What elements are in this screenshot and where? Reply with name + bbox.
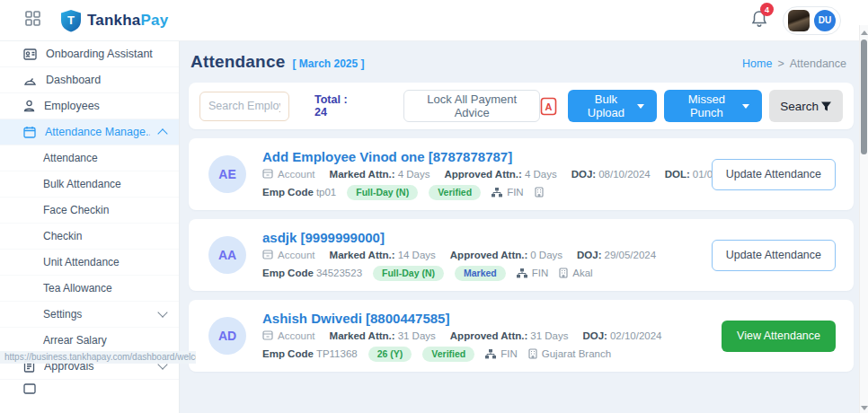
lock-all-payment-advice-button[interactable]: Lock All Payment Advice	[403, 90, 540, 122]
employee-code: Emp CodeTP11368	[262, 348, 358, 359]
date-of-joining: DOJ:02/10/2024	[582, 330, 661, 341]
sidebar-subitem-bulk-attendance[interactable]: Bulk Attendance	[0, 171, 179, 198]
scrollbar-thumb[interactable]	[861, 40, 867, 154]
vertical-scrollbar[interactable]	[859, 25, 868, 413]
status-badge: Verified	[422, 347, 474, 362]
sidebar-subitem-tea-allowance[interactable]: Tea Allowance	[0, 276, 179, 302]
update-attendance-button[interactable]: Update Attendance	[712, 240, 836, 271]
account-link[interactable]: Account	[262, 250, 315, 260]
org-label: FIN	[532, 268, 549, 278]
employee-code: Emp Codetp01	[262, 187, 336, 198]
search-filter-label: Search	[780, 100, 819, 113]
person-icon	[23, 100, 35, 112]
filter-funnel-icon	[820, 101, 832, 112]
sidebar-item-label: Onboarding Assistant	[46, 48, 166, 60]
employee-avatar: AA	[208, 236, 246, 274]
building-icon	[528, 348, 537, 359]
sitemap-icon	[485, 349, 496, 359]
account-link[interactable]: Account	[262, 330, 315, 341]
employee-card: AE Add Employee Vinod one [8787878787] A…	[189, 138, 854, 210]
date-of-joining: DOJ:29/05/2024	[577, 250, 656, 260]
shield-logo-icon: T	[60, 9, 82, 32]
account-menu[interactable]: DU	[783, 6, 841, 35]
user-avatar: DU	[814, 10, 836, 31]
account-label: Account	[278, 169, 315, 180]
employee-card: AA asdjk [9999999000] Account Marked Att…	[189, 219, 854, 291]
sidebar-item-partial[interactable]	[0, 380, 179, 398]
dashboard-icon	[23, 75, 37, 86]
branch: Akal	[559, 268, 592, 278]
update-attendance-button[interactable]: Update Attendance	[712, 159, 836, 190]
brand-logo[interactable]: T TankhaPay	[60, 9, 168, 32]
scroll-down-arrow-icon[interactable]	[861, 406, 868, 410]
employee-avatar: AE	[208, 155, 246, 193]
notification-bell[interactable]: 4	[750, 9, 768, 31]
sidebar-subitem-attendance[interactable]: Attendance	[0, 145, 179, 171]
sidebar-subitem-face-checkin[interactable]: Face Checkin	[0, 198, 179, 224]
marked-attendance: Marked Attn.:14 Days	[330, 250, 436, 260]
bulk-upload-dropdown[interactable]: Bulk Upload	[568, 90, 657, 122]
calendar-icon	[23, 126, 36, 138]
status-badge: Marked	[455, 266, 506, 281]
svg-text:T: T	[67, 13, 75, 27]
attendance-toolbar: Total : 24 Lock All Payment Advice A Bul…	[189, 83, 854, 129]
sidebar-subitem-label: Arrear Salary	[43, 334, 166, 347]
view-attendance-button[interactable]: View Attendance	[722, 321, 836, 352]
employee-name-link[interactable]: Ashish Dwivedi [8800447585]	[262, 311, 709, 326]
sidebar-subitem-label: Checkin	[43, 230, 166, 242]
missed-punch-label: Missed Punch	[677, 92, 736, 119]
bank-account-icon	[262, 169, 273, 179]
branch	[535, 187, 548, 198]
building-icon	[559, 268, 568, 278]
sidebar-subitem-label: Unit Attendance	[43, 256, 166, 268]
account-link[interactable]: Account	[262, 169, 315, 180]
date-of-joining: DOJ:08/10/2024	[571, 169, 651, 180]
marked-attendance: Marked Attn.:4 Days	[330, 169, 430, 180]
id-card-icon	[23, 48, 37, 60]
employee-name-link[interactable]: Add Employee Vinod one [8787878787]	[262, 149, 699, 164]
status-badge: Verified	[429, 185, 481, 200]
missed-punch-dropdown[interactable]: Missed Punch	[664, 90, 762, 122]
chevron-up-icon	[157, 128, 167, 138]
building-icon	[535, 187, 544, 198]
branch-label: Akal	[572, 268, 592, 278]
search-filter-button[interactable]: Search	[769, 90, 843, 122]
employee-card: AD Ashish Dwivedi [8800447585] Account M…	[189, 300, 854, 372]
sidebar-subitem-arrear-salary[interactable]: Arrear Salary	[0, 328, 179, 354]
total-count: Total : 24	[314, 93, 355, 119]
brand-wordmark: TankhaPay	[87, 12, 168, 30]
company-avatar	[788, 10, 810, 31]
sidebar-item-label: Attendance Manage...	[45, 126, 150, 138]
breadcrumb-home-link[interactable]: Home	[742, 57, 772, 70]
sidebar-item-attendance-management[interactable]: Attendance Manage...	[0, 119, 179, 145]
pdf-export-icon[interactable]: A	[540, 97, 557, 116]
sidebar-item-onboarding-assistant[interactable]: Onboarding Assistant	[0, 41, 179, 67]
sitemap-icon	[492, 188, 502, 198]
sidebar-subitem-settings[interactable]: Settings	[0, 302, 179, 328]
approved-attendance: Approved Attn.:4 Days	[444, 169, 556, 180]
sidebar-subitem-label: Attendance	[43, 152, 166, 164]
breadcrumb-separator: >	[777, 57, 784, 70]
sidebar-item-employees[interactable]: Employees	[0, 93, 179, 119]
apps-grid-icon[interactable]	[25, 11, 40, 30]
bulk-upload-label: Bulk Upload	[580, 92, 631, 119]
shift-badge: Full-Day (N)	[373, 266, 444, 281]
employee-name-link[interactable]: asdjk [9999999000]	[262, 230, 699, 245]
app-window: T TankhaPay 4 DU Onboarding Assista	[0, 0, 868, 413]
scroll-up-arrow-icon[interactable]	[861, 31, 868, 35]
sidebar-item-dashboard[interactable]: Dashboard	[0, 67, 179, 93]
account-label: Account	[278, 330, 315, 341]
marked-attendance: Marked Attn.:31 Days	[330, 330, 436, 341]
approved-attendance: Approved Attn.:0 Days	[450, 250, 562, 260]
sidebar-subitem-label: Face Checkin	[43, 204, 166, 216]
chevron-down-icon	[157, 307, 167, 317]
notification-count-badge: 4	[760, 3, 774, 16]
approved-attendance: Approved Attn.:31 Days	[450, 330, 569, 341]
sidebar-subitem-unit-attendance[interactable]: Unit Attendance	[0, 250, 179, 276]
sidebar-subitem-label: Bulk Attendance	[43, 178, 166, 190]
sitemap-icon	[517, 268, 527, 278]
breadcrumb: Home > Attendance	[742, 57, 846, 70]
search-employee-input[interactable]	[199, 92, 289, 121]
sidebar-subitem-checkin[interactable]: Checkin	[0, 224, 179, 250]
sidebar-subitem-label: Tea Allowance	[43, 282, 166, 294]
